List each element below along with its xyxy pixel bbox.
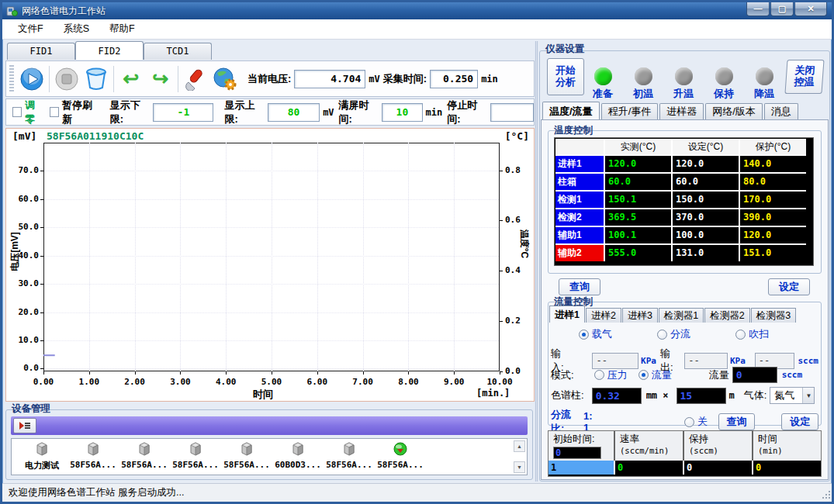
device-manager-section: 设备管理 电力测试 58F56A... 58F56A... <box>5 404 535 480</box>
pause-refresh-checkbox[interactable] <box>50 107 59 117</box>
initial-temp-light-icon <box>635 67 652 85</box>
instrument-icon <box>290 449 306 460</box>
time-cell[interactable]: 0 <box>753 461 821 475</box>
flow-tab-strip: 进样1 进样2 进样3 检测器1 检测器2 检测器3 <box>549 308 797 323</box>
menu-help[interactable]: 帮助F <box>109 22 135 36</box>
flow-setpoint-field[interactable]: 0 <box>732 367 777 383</box>
flow-tab-detector3[interactable]: 检测器3 <box>751 308 796 323</box>
clear-bucket-button[interactable] <box>81 64 111 94</box>
fullscreen-time-label: 满屏时间: <box>339 98 379 126</box>
initial-time-field[interactable]: 0 <box>553 447 601 459</box>
column-diameter-field[interactable]: 0.32 <box>592 388 642 404</box>
split-radio[interactable]: 分流 <box>657 327 690 341</box>
zero-checkbox[interactable] <box>12 107 22 117</box>
tab-tcd1[interactable]: TCD1 <box>144 43 212 60</box>
online-sphere-icon <box>393 449 408 460</box>
temp-col-corner <box>555 139 604 154</box>
cool-down-light-icon <box>756 67 773 85</box>
tab-program-events[interactable]: 程升/事件 <box>601 103 659 119</box>
flow-tab-inlet3[interactable]: 进样3 <box>622 308 658 323</box>
close-temp-control-button[interactable]: 关闭 控温 <box>784 60 824 94</box>
forward-arrow-button[interactable]: ↪ <box>146 64 175 94</box>
minimize-button[interactable]: — <box>746 2 770 16</box>
row-index-cell[interactable]: 1 <box>549 461 614 475</box>
upper-limit-field[interactable]: 80 <box>268 103 320 122</box>
temperature-control-title: 温度控制 <box>554 124 593 137</box>
device-item[interactable]: 60B0D3... <box>272 440 324 470</box>
device-list: 电力测试 58F56A... 58F56A... 58F56A... 58F56… <box>11 438 528 475</box>
current-voltage-label: 当前电压: <box>247 72 291 86</box>
back-arrow-button[interactable]: ↩ <box>116 64 146 94</box>
device-item[interactable]: 58F56A... <box>67 440 119 470</box>
temp-col-set: 设定(°C) <box>673 139 739 154</box>
maximize-button[interactable]: ▢ <box>770 2 794 16</box>
carrier-gas-radio[interactable]: 载气 <box>579 327 612 341</box>
display-settings-bar: 调零 暂停刷新 显示下限: -1 显示上限: 80 mV 满屏时间: 10 mi… <box>5 98 535 126</box>
device-item[interactable]: 58F56A... <box>119 440 170 470</box>
rate-cell[interactable]: 0 <box>615 461 683 475</box>
tab-network-version[interactable]: 网络/版本 <box>705 103 763 119</box>
flow-set-button[interactable]: 设定 <box>781 413 818 430</box>
flow-tab-detector1[interactable]: 检测器1 <box>659 308 704 323</box>
close-button[interactable]: ✕ <box>794 2 827 16</box>
mode-label: 模式: <box>551 368 574 382</box>
hold-light-icon <box>715 67 733 85</box>
instrument-icon <box>341 449 357 460</box>
resize-grip[interactable] <box>821 491 830 500</box>
start-analysis-button[interactable]: 开始 分析 <box>547 58 584 95</box>
scroll-up-icon[interactable]: ▲ <box>514 440 525 452</box>
device-item[interactable]: 58F56A... <box>221 440 272 470</box>
menu-file[interactable]: 文件F <box>18 22 43 36</box>
stop-time-field[interactable] <box>490 103 534 122</box>
network-settings-button[interactable] <box>210 64 240 94</box>
app-window: 网络色谱电力工作站 — ▢ ✕ 文件F 系统S 帮助F FID1 FID2 TC… <box>0 0 834 504</box>
column-length-unit: m <box>729 390 735 401</box>
pressure-mode-radio[interactable]: 压力 <box>594 368 628 382</box>
device-item[interactable]: 电力测试 <box>16 440 67 471</box>
temp-col-protect: 保护(°C) <box>740 139 806 154</box>
initial-time-label: 初始时间: <box>553 433 594 444</box>
chromatogram-chart: [mV] 58F56A011910C10C [°C] 电压[mV] 温度°C 时… <box>5 128 535 402</box>
rate-header: 速率 (sccm/min) <box>615 431 683 461</box>
toolbar-separator <box>178 66 178 92</box>
sample-time-field[interactable]: 0.250 <box>430 70 478 88</box>
device-list-button[interactable] <box>13 418 36 433</box>
tab-injector[interactable]: 进样器 <box>659 103 704 119</box>
measured-flow-unit: sccm <box>798 356 818 366</box>
device-item[interactable]: 58F56A... <box>170 440 221 470</box>
device-item-online[interactable]: 58F56A... <box>375 440 426 470</box>
purge-radio[interactable]: 吹扫 <box>735 327 769 341</box>
output-unit: KPa <box>730 356 746 366</box>
current-voltage-field[interactable]: 4.704 <box>294 70 365 88</box>
toolbar-grip[interactable] <box>9 65 14 93</box>
flow-tab-inlet2[interactable]: 进样2 <box>586 308 621 323</box>
tab-messages[interactable]: 消息 <box>764 103 798 119</box>
flow-mode-radio[interactable]: 流量 <box>638 368 672 382</box>
temp-query-button[interactable]: 查询 <box>559 278 600 295</box>
fullscreen-time-field[interactable]: 10 <box>382 103 422 122</box>
lower-limit-field[interactable]: -1 <box>153 103 213 122</box>
tab-fid1[interactable]: FID1 <box>7 43 75 60</box>
scroll-down-icon[interactable]: ▼ <box>514 461 525 473</box>
device-item[interactable]: 58F56A... <box>324 440 375 470</box>
device-list-scrollbar: ▲ ▼ <box>514 440 525 473</box>
tab-temp-flow[interactable]: 温度/流量 <box>542 102 600 119</box>
hold-cell[interactable]: 0 <box>684 461 752 475</box>
upper-limit-unit: mV <box>323 107 334 118</box>
temperature-control-section: 温度控制 实测(°C) 设定(°C) 保护(°C) 进样1 120.0 120.… <box>548 126 822 274</box>
fullscreen-time-unit: min <box>426 107 443 118</box>
split-off-radio[interactable]: 关 <box>684 415 708 429</box>
menu-system[interactable]: 系统S <box>64 22 89 36</box>
gas-select[interactable]: 氮气 ▼ <box>770 387 815 404</box>
instrument-icon <box>34 449 50 460</box>
stop-button[interactable] <box>52 64 81 94</box>
flow-query-button[interactable]: 查询 <box>718 413 756 430</box>
play-button[interactable] <box>17 64 47 94</box>
tools-wrench-button[interactable] <box>181 64 210 94</box>
instrument-icon <box>239 449 254 460</box>
column-length-field[interactable]: 15 <box>677 388 726 404</box>
y-axis-right-title: 温度°C <box>517 230 531 258</box>
flow-tab-detector2[interactable]: 检测器2 <box>704 308 749 323</box>
temp-set-button[interactable]: 设定 <box>768 278 810 295</box>
tab-fid2[interactable]: FID2 <box>75 41 144 60</box>
